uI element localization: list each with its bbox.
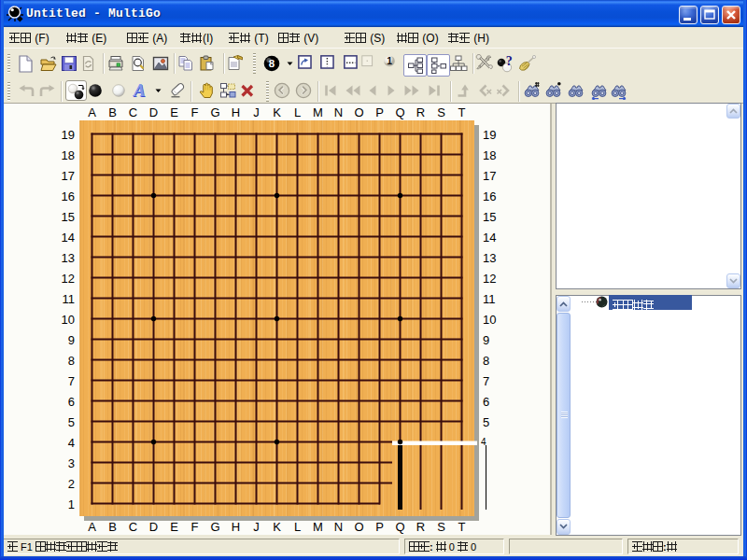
svg-text:A: A: [133, 81, 146, 100]
svg-text:?: ?: [506, 54, 513, 68]
svg-text:8: 8: [269, 58, 275, 69]
svg-text:1: 1: [387, 56, 392, 66]
